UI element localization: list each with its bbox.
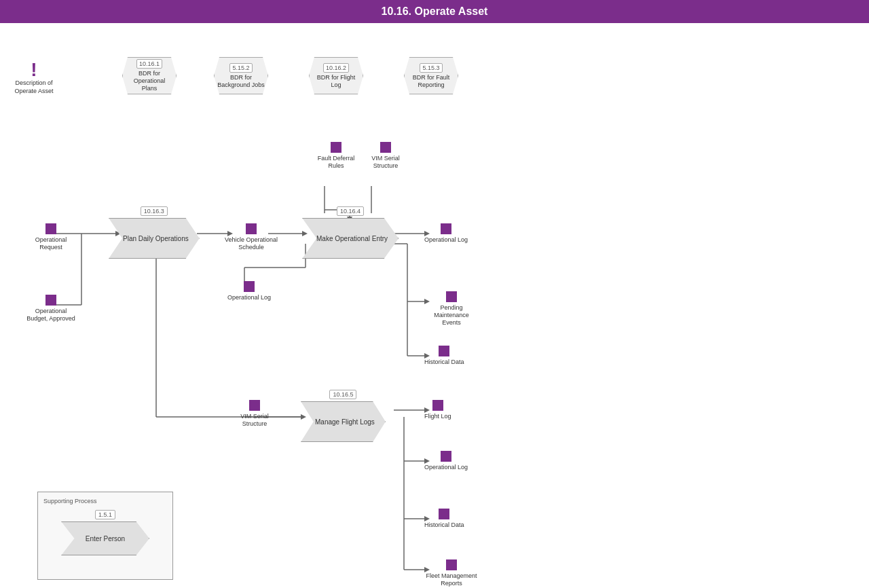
vim-serial-top-label: VIM Serial Structure — [358, 155, 413, 170]
vehicle-schedule-icon — [246, 223, 257, 234]
vim-serial-bot-label: VIM Serial Structure — [227, 413, 282, 428]
out-op-log-1-label: Operational Log — [424, 236, 468, 244]
bdr-label-3: BDR for Flight Log — [312, 74, 360, 89]
bdr-badge-4: 5.15.3 — [420, 63, 442, 73]
pending-maint-icon — [446, 291, 457, 302]
fleet-mgmt-label: Fleet Management Reports — [424, 572, 479, 587]
operational-budget-label: Operational Budget, Approved — [24, 308, 78, 323]
manage-flights-label: Manage Flight Logs — [315, 418, 375, 426]
vehicle-schedule-label: Vehicle Operational Schedule — [224, 236, 278, 251]
title-bar: 10.16. Operate Asset — [0, 0, 869, 23]
description-box: ! Description of Operate Asset — [10, 60, 58, 95]
flight-log-icon — [432, 400, 443, 411]
bdr-fault-reporting: 5.15.3 BDR for Fault Reporting — [404, 57, 458, 94]
plan-daily-operations: 10.16.3 Plan Daily Operations — [109, 206, 200, 259]
operational-request-label: Operational Request — [24, 236, 78, 251]
out-op-log-1-icon — [441, 223, 451, 234]
pending-maint-label: Pending Maintenance Events — [424, 304, 479, 326]
historical-data-1: Historical Data — [424, 346, 464, 366]
fault-deferral-rules: Fault Deferral Rules — [309, 142, 363, 170]
page-title: 10.16. Operate Asset — [382, 5, 488, 17]
bdr-label-4: BDR for Fault Reporting — [407, 74, 455, 89]
fleet-management-reports: Fleet Management Reports — [424, 559, 479, 587]
plan-daily-label: Plan Daily Operations — [123, 234, 189, 243]
enter-person-chevron: Enter Person — [61, 521, 149, 555]
bdr-badge-1: 10.16.1 — [136, 59, 162, 69]
supporting-title: Supporting Process — [43, 498, 167, 504]
process-badge-4: 10.16.4 — [337, 206, 364, 216]
fleet-mgmt-icon — [446, 559, 457, 570]
vim-serial-top-icon — [380, 142, 391, 153]
operational-request-icon — [45, 223, 56, 234]
fault-deferral-label: Fault Deferral Rules — [309, 155, 363, 170]
bdr-flight-log: 10.16.2 BDR for Flight Log — [309, 57, 363, 94]
operational-request: Operational Request — [24, 223, 78, 251]
bdr-label-1: BDR for Operational Plans — [126, 70, 173, 92]
process-badge-5: 10.16.5 — [329, 390, 356, 399]
vim-serial-structure-bottom: VIM Serial Structure — [227, 400, 282, 428]
bdr-background-jobs: 5.15.2 BDR for Background Jobs — [214, 57, 268, 94]
make-operational-entry: 10.16.4 Make Operational Entry — [302, 206, 399, 259]
op-log-int-label: Operational Log — [227, 294, 271, 301]
op-log-int-icon — [244, 281, 255, 292]
hist-data-1-label: Historical Data — [424, 359, 464, 366]
output-operational-log-1: Operational Log — [424, 223, 468, 244]
pending-maintenance: Pending Maintenance Events — [424, 291, 479, 326]
output-operational-log-2: Operational Log — [424, 451, 468, 471]
hist-data-1-icon — [439, 346, 449, 356]
vim-serial-structure-top: VIM Serial Structure — [358, 142, 413, 170]
flight-log-label: Flight Log — [424, 413, 451, 420]
operational-budget: Operational Budget, Approved — [24, 295, 78, 323]
make-operational-label: Make Operational Entry — [316, 234, 388, 243]
description-label: Description of Operate Asset — [10, 79, 58, 95]
operational-budget-icon — [45, 295, 56, 306]
bdr-label-2: BDR for Background Jobs — [217, 74, 265, 89]
vim-serial-bot-icon — [249, 400, 260, 411]
hist-data-2-icon — [439, 509, 449, 519]
process-badge-3: 10.16.3 — [141, 206, 168, 216]
out-op-log-2-icon — [441, 451, 451, 462]
flight-log-output: Flight Log — [424, 400, 451, 420]
supporting-badge: 1.5.1 — [95, 510, 115, 519]
enter-person-label: Enter Person — [86, 535, 125, 543]
exclamation-icon: ! — [31, 60, 37, 79]
supporting-process-box: Supporting Process 1.5.1 Enter Person — [37, 492, 173, 580]
historical-data-2: Historical Data — [424, 509, 464, 529]
hist-data-2-label: Historical Data — [424, 521, 464, 529]
out-op-log-2-label: Operational Log — [424, 464, 468, 471]
vehicle-operational-schedule: Vehicle Operational Schedule — [224, 223, 278, 251]
operational-log-intermediate: Operational Log — [227, 281, 271, 301]
bdr-badge-2: 5.15.2 — [229, 63, 252, 73]
bdr-operational-plans: 10.16.1 BDR for Operational Plans — [122, 57, 177, 94]
fault-deferral-icon — [331, 142, 341, 153]
manage-flight-logs: 10.16.5 Manage Flight Logs — [301, 390, 386, 442]
diagram-area: ! Description of Operate Asset 10.16.1 B… — [0, 23, 869, 588]
bdr-badge-3: 10.16.2 — [323, 63, 349, 73]
